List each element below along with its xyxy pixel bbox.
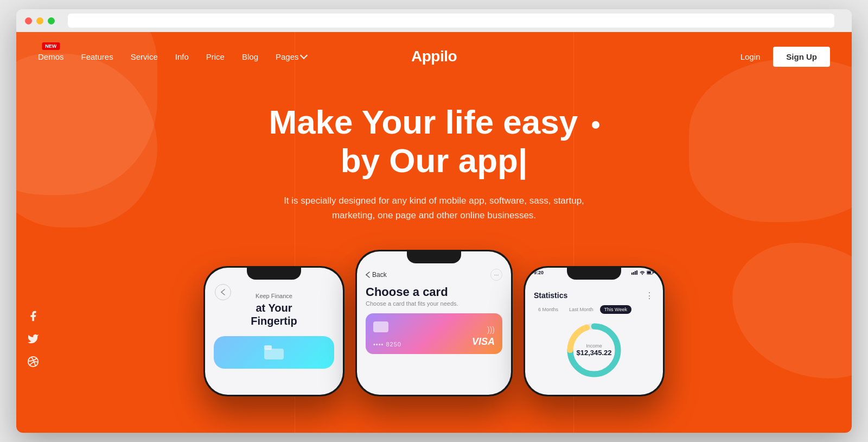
phone-screen-2: Back ··· Choose a card Choose a card tha… <box>357 251 511 395</box>
phone3-header: Statistics ⋮ <box>525 275 663 305</box>
phone3-more-icon[interactable]: ⋮ <box>645 291 654 301</box>
phone2-back-icon <box>366 271 370 278</box>
phone1-title: at YourFingertip <box>205 301 343 327</box>
svg-rect-1 <box>264 345 272 350</box>
chevron-down-icon <box>299 52 307 59</box>
phone-notch-3 <box>567 268 621 280</box>
svg-rect-0 <box>264 349 284 359</box>
phone-mockup-2: Back ··· Choose a card Choose a card tha… <box>355 250 513 396</box>
nav-left: New Demos Features Service Info Price Bl… <box>38 52 307 61</box>
card-chip-icon: •••• 8250 <box>373 321 401 348</box>
svg-point-6 <box>642 274 643 275</box>
site-logo[interactable]: Appilo <box>411 48 457 65</box>
twitter-icon[interactable] <box>27 333 39 345</box>
donut-chart-container: Income $12,345.22 <box>525 318 663 382</box>
hero-title: Make Your life easy by Our app| <box>27 103 841 180</box>
minimize-button[interactable] <box>36 17 43 24</box>
phone1-content: Keep Finance at YourFingertip <box>205 268 343 369</box>
hero-dot <box>592 121 599 129</box>
phone2-title: Choose a card <box>357 285 511 299</box>
svg-rect-9 <box>647 271 651 274</box>
phone1-app-card <box>214 336 334 369</box>
dribbble-icon[interactable] <box>27 356 39 368</box>
signal-icon <box>631 270 638 275</box>
nav-item-demos[interactable]: New Demos <box>38 52 64 61</box>
svg-rect-2 <box>631 273 633 275</box>
phone-mockup-3: 9:20 <box>524 266 665 396</box>
hero-title-line1: Make Your life easy <box>269 103 599 141</box>
battery-icon <box>647 270 654 275</box>
address-bar[interactable] <box>68 14 834 28</box>
svg-rect-8 <box>653 271 654 273</box>
wifi-icon <box>640 270 645 275</box>
close-button[interactable] <box>25 17 32 24</box>
hero-section: Make Your life easy by Our app| It is sp… <box>16 81 852 223</box>
phone3-tabs: 6 Months Last Month This Week <box>525 305 663 318</box>
phone1-back-btn[interactable] <box>215 284 231 300</box>
donut-value: $12,345.22 <box>576 349 611 357</box>
card-brand-area: ))) VISA <box>472 325 495 348</box>
phone-mockup-1: Keep Finance at YourFingertip <box>203 266 344 396</box>
phone-notch-2 <box>407 251 461 263</box>
nav-right: Login Sign Up <box>741 47 830 67</box>
nav-item-price[interactable]: Price <box>206 52 225 61</box>
phone2-subtitle: Choose a card that fits your needs. <box>357 299 511 313</box>
donut-center: Income $12,345.22 <box>576 343 611 357</box>
nav-item-blog[interactable]: Blog <box>242 52 258 61</box>
hero-subtitle: It is specially designed for any kind of… <box>277 193 591 223</box>
card-number: •••• 8250 <box>373 341 401 348</box>
svg-rect-5 <box>636 270 637 275</box>
site-content: New Demos Features Service Info Price Bl… <box>16 32 852 433</box>
facebook-icon[interactable] <box>27 310 39 322</box>
phones-section: Keep Finance at YourFingertip <box>16 250 852 396</box>
phone2-menu-icon[interactable]: ··· <box>490 269 502 281</box>
hero-title-line2: by Our app| <box>341 142 528 179</box>
phone3-time: 9:20 <box>534 270 544 275</box>
card-waves-icon: ))) <box>472 325 495 334</box>
phone2-back-btn[interactable]: Back <box>366 271 387 279</box>
credit-card: •••• 8250 ))) VISA <box>366 313 502 354</box>
status-icons <box>631 270 654 275</box>
tab-thisweek[interactable]: This Week <box>600 305 631 314</box>
donut-label: Income <box>576 343 611 349</box>
nav-item-pages[interactable]: Pages <box>276 52 307 61</box>
card-brand: VISA <box>472 336 495 348</box>
phone-screen-3: 9:20 <box>525 268 663 395</box>
fullscreen-button[interactable] <box>48 17 55 24</box>
app-illustration-icon <box>263 344 285 361</box>
phone1-illustration <box>205 336 343 369</box>
svg-rect-4 <box>635 271 636 275</box>
nav-item-info[interactable]: Info <box>175 52 189 61</box>
nav-item-service[interactable]: Service <box>131 52 158 61</box>
phone-screen-1: Keep Finance at YourFingertip <box>205 268 343 395</box>
tab-6months[interactable]: 6 Months <box>534 305 563 314</box>
navbar: New Demos Features Service Info Price Bl… <box>16 32 852 81</box>
browser-chrome <box>16 9 852 32</box>
signup-button[interactable]: Sign Up <box>773 47 830 67</box>
phone3-title: Statistics <box>534 291 567 300</box>
browser-window: New Demos Features Service Info Price Bl… <box>16 9 852 433</box>
nav-item-features[interactable]: Features <box>81 52 113 61</box>
new-badge: New <box>42 42 60 50</box>
back-arrow-icon <box>221 289 225 295</box>
svg-rect-3 <box>633 272 634 275</box>
social-sidebar <box>27 310 39 368</box>
phone-notch-1 <box>247 268 301 280</box>
tab-lastmonth[interactable]: Last Month <box>565 305 598 314</box>
login-link[interactable]: Login <box>741 52 761 61</box>
